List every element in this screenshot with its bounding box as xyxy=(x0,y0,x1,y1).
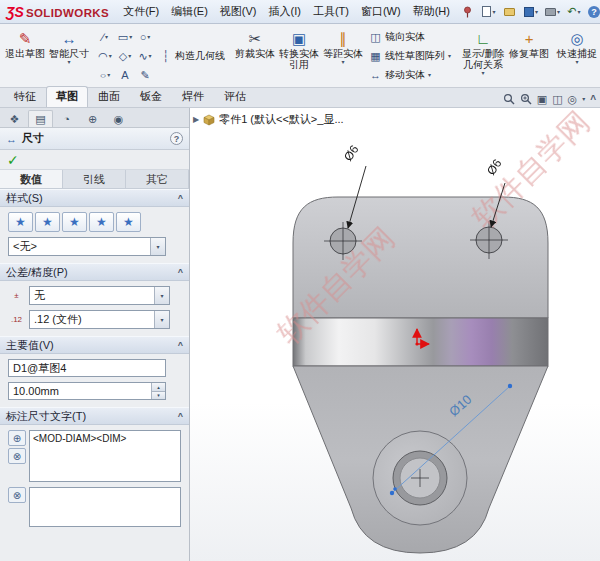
dimension-left-hole[interactable]: Ø6 xyxy=(341,142,362,163)
print-button[interactable]: ▾ xyxy=(542,2,563,22)
dimension-text-area-2[interactable] xyxy=(29,487,181,527)
tab-sketch[interactable]: 草图 xyxy=(46,86,88,107)
spinner-down-button[interactable]: ▾ xyxy=(152,391,165,400)
add-symbol-button[interactable]: ⊗ xyxy=(8,448,26,464)
collapse-ribbon-chevron[interactable]: ^ xyxy=(590,94,596,105)
add-diameter-symbol-button[interactable]: ⊕ xyxy=(8,430,26,446)
property-manager-tab[interactable]: ▤ xyxy=(28,110,53,127)
select-arrow[interactable]: ▾ xyxy=(154,311,169,328)
rectangle-tool-button[interactable]: ▭▾ xyxy=(115,28,135,47)
tab-features[interactable]: 特征 xyxy=(4,86,46,107)
tolerance-type-select[interactable]: 无 ▾ xyxy=(29,286,170,305)
display-style-icon[interactable]: ◎ xyxy=(568,93,578,105)
convert-entities-label: 转换实体引用 xyxy=(278,48,320,70)
part-icon xyxy=(203,114,215,126)
repair-sketch-button[interactable]: + 修复草图 xyxy=(507,26,551,86)
quick-snaps-button[interactable]: ◎ 快速捕捉 ▾ xyxy=(555,26,599,86)
tolerance-section-header[interactable]: 公差/精度(P) ^ xyxy=(0,263,189,281)
tab-weldments[interactable]: 焊件 xyxy=(172,86,214,107)
help-button[interactable]: ? ▾ xyxy=(585,2,600,22)
tab-other[interactable]: 其它 xyxy=(126,170,189,188)
panel-help-button[interactable]: ? xyxy=(170,132,183,145)
dim-endpoint[interactable] xyxy=(390,491,394,495)
delete-style-button[interactable]: ★ xyxy=(62,212,87,232)
polygon-tool-button[interactable]: ◇▾ xyxy=(115,47,135,66)
dim-endpoint[interactable] xyxy=(508,384,512,388)
display-delete-relations-button[interactable]: ∟ 显示/删除几何关系 ▾ xyxy=(459,26,507,86)
linear-sketch-pattern-button[interactable]: ▦ 线性草图阵列 ▾ xyxy=(365,47,455,65)
smart-dimension-button[interactable]: ↔ 智能尺寸 ▾ xyxy=(47,26,91,86)
mirror-entities-button[interactable]: ◫ 镜向实体 xyxy=(365,28,455,46)
arc-tool-button[interactable]: ◠▾ xyxy=(95,47,115,66)
offset-entities-button[interactable]: ∥ 等距实体 ▾ xyxy=(321,26,365,86)
save-style-button[interactable]: ★ xyxy=(89,212,114,232)
view-orientation-icon[interactable]: ▣ xyxy=(537,93,547,105)
pin-icon xyxy=(462,6,473,18)
save-button[interactable]: ▾ xyxy=(521,2,541,22)
tree-root-label[interactable]: 零件1 (默认<<默认>_显... xyxy=(219,112,343,127)
zoom-area-icon[interactable] xyxy=(520,93,532,105)
ok-button[interactable]: ✓ xyxy=(7,152,19,168)
add-style-button[interactable]: ★ xyxy=(35,212,60,232)
configuration-manager-tab[interactable]: ◔ xyxy=(54,110,79,127)
spline-icon: ∿ xyxy=(138,50,147,63)
tab-value[interactable]: 数值 xyxy=(0,170,63,188)
circle-tool-button[interactable]: ○▾ xyxy=(135,28,155,47)
pin-menu-button[interactable] xyxy=(462,6,473,18)
primary-value-section-header[interactable]: 主要值(V) ^ xyxy=(0,336,189,354)
ellipse-tool-button[interactable]: ○▾ xyxy=(95,66,115,85)
menu-edit[interactable]: 编辑(E) xyxy=(165,1,214,22)
caret-down-icon: ▾ xyxy=(160,293,163,299)
tab-evaluate[interactable]: 评估 xyxy=(214,86,256,107)
select-arrow[interactable]: ▾ xyxy=(154,287,169,304)
menu-tools[interactable]: 工具(T) xyxy=(307,1,355,22)
open-document-button[interactable] xyxy=(500,2,520,22)
menu-insert[interactable]: 插入(I) xyxy=(263,1,307,22)
graphics-viewport[interactable]: 软件自学网 软件自学网 Ø6 Ø6 Ø10 xyxy=(190,108,600,561)
display-manager-tab[interactable]: ◉ xyxy=(106,110,131,127)
tab-sheet-metal[interactable]: 钣金 xyxy=(130,86,172,107)
load-style-button[interactable]: ★ xyxy=(116,212,141,232)
move-entities-button[interactable]: ↔ 移动实体 ▾ xyxy=(365,66,455,84)
style-select-value: <无> xyxy=(9,239,150,254)
undo-button[interactable]: ↶ ▾ xyxy=(564,2,584,22)
sketch-point[interactable] xyxy=(393,487,397,491)
convert-entities-button[interactable]: ▣ 转换实体引用 xyxy=(277,26,321,86)
line-tool-button[interactable]: ∕▾ xyxy=(95,28,115,47)
zoom-icon[interactable] xyxy=(503,93,515,105)
construction-line-button[interactable]: ┆ 构造几何线 xyxy=(155,47,229,65)
style-section-header[interactable]: 样式(S) ^ xyxy=(0,189,189,207)
repair-sketch-label: 修复草图 xyxy=(509,48,549,59)
feature-manager-tab[interactable]: ❖ xyxy=(2,110,27,127)
tab-leaders[interactable]: 引线 xyxy=(63,170,126,188)
spline-tool-button[interactable]: ∿▾ xyxy=(135,47,155,66)
chevron-up-icon: ^ xyxy=(178,411,183,421)
dimxpert-manager-tab[interactable]: ⊕ xyxy=(80,110,105,127)
trim-entities-button[interactable]: ✂ 剪裁实体 xyxy=(233,26,277,86)
menu-help[interactable]: 帮助(H) xyxy=(407,1,456,22)
dimension-value-field[interactable]: 10.00mm xyxy=(9,383,151,399)
select-arrow[interactable]: ▾ xyxy=(150,238,165,255)
section-view-icon[interactable]: ◫ xyxy=(552,93,562,105)
menu-view[interactable]: 视图(V) xyxy=(214,1,263,22)
dimension-text-area[interactable]: <MOD-DIAM><DIM> xyxy=(29,430,181,482)
precision-select[interactable]: .12 (文件) ▾ xyxy=(29,310,170,329)
dimension-name-field[interactable]: D1@草图4 xyxy=(8,359,166,377)
spinner-up-button[interactable]: ▴ xyxy=(152,383,165,391)
menu-window[interactable]: 窗口(W) xyxy=(355,1,407,22)
quick-access-toolbar: ▾ ▾ ▾ ↶ ▾ ? ▾ xyxy=(479,2,600,22)
tree-expand-arrow[interactable]: ▶ xyxy=(193,115,199,124)
new-document-button[interactable]: ▾ xyxy=(479,2,499,22)
add-symbol-button-2[interactable]: ⊗ xyxy=(8,487,26,503)
sketch-fillet-button[interactable]: ✎ xyxy=(135,66,155,85)
part-middle-band[interactable] xyxy=(293,318,548,366)
apply-default-style-button[interactable]: ★ xyxy=(8,212,33,232)
dimension-text-section-header[interactable]: 标注尺寸文字(T) ^ xyxy=(0,407,189,425)
dimension-value-stepper[interactable]: 10.00mm ▴ ▾ xyxy=(8,382,166,400)
style-select[interactable]: <无> ▾ xyxy=(8,237,166,256)
menu-file[interactable]: 文件(F) xyxy=(117,1,165,22)
tab-surfaces[interactable]: 曲面 xyxy=(88,86,130,107)
text-tool-button[interactable]: A xyxy=(115,66,135,85)
exit-sketch-button[interactable]: ✎ 退出草图 xyxy=(3,26,47,86)
part-body[interactable] xyxy=(293,197,548,553)
